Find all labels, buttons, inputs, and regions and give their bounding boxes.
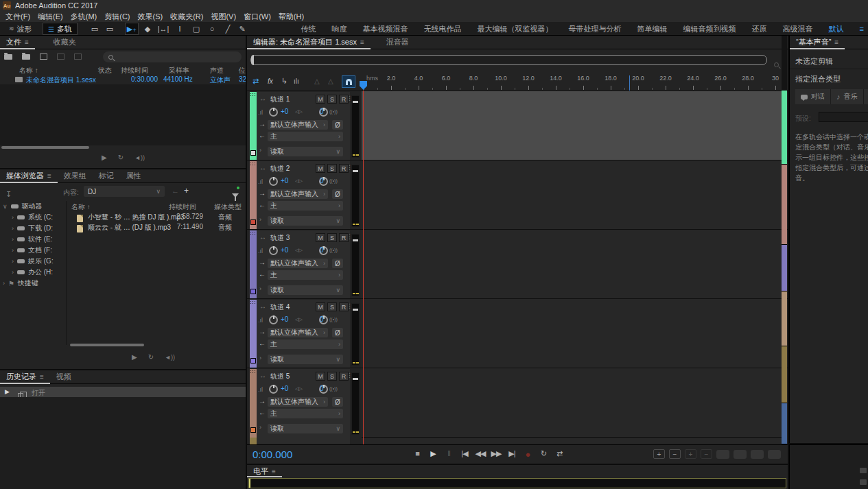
automation-mode-selector[interactable]: 读取 ∨ (268, 216, 343, 226)
menubar-item[interactable]: 多轨(M) (71, 12, 97, 22)
volume-knob[interactable] (269, 108, 278, 117)
volume-value[interactable]: +0 (281, 108, 288, 115)
volume-knob[interactable] (269, 315, 278, 324)
open-file-icon[interactable] (4, 54, 12, 60)
phase-button[interactable]: Ø (332, 397, 343, 407)
workspace-tab[interactable]: 高级混音 (783, 24, 813, 34)
sfx-button[interactable]: ◆ (864, 89, 868, 104)
tab-favorites[interactable]: 收藏夹 (47, 36, 82, 49)
stop-button[interactable]: ■ (410, 449, 424, 460)
phase-button[interactable]: Ø (332, 259, 343, 268)
play-button[interactable]: ▶ (426, 449, 440, 460)
workspace-tab[interactable]: 简单编辑 (637, 24, 668, 34)
navigator-track-segment[interactable] (782, 403, 787, 444)
solo-button[interactable]: S (327, 372, 337, 381)
chevron-down-icon[interactable]: ∨ (3, 203, 8, 210)
tree-item[interactable]: ›下载 (D: (0, 223, 66, 234)
workspace-tab[interactable]: 无线电作品 (424, 24, 462, 34)
track-navigator-strip[interactable] (782, 36, 787, 444)
track-name[interactable]: 轨道 5 (270, 372, 290, 381)
pan-value[interactable]: 0 (320, 108, 324, 115)
panel-menu-icon[interactable]: ≡ (25, 38, 29, 46)
automation-mode-selector[interactable]: 读取 ∨ (268, 424, 343, 433)
workspace-tab[interactable]: 响度 (332, 24, 347, 34)
input-selector[interactable]: 默认立体声输入 › (268, 120, 328, 130)
menubar-item[interactable]: 剪辑(C) (104, 12, 130, 22)
files-search-input[interactable] (103, 51, 242, 62)
track-color-strip[interactable] (250, 92, 257, 160)
tree-item[interactable]: ›系统 (C: (0, 212, 66, 223)
tree-item[interactable]: ∨驱动器 (0, 201, 66, 212)
menubar-item[interactable]: 效果(S) (138, 12, 163, 22)
mute-button[interactable]: M (316, 372, 325, 381)
pencil-tool[interactable]: ✎ (235, 23, 249, 35)
workspace-tab[interactable]: 基本视频混音 (363, 24, 408, 34)
chevron-right-icon[interactable]: › (12, 225, 14, 232)
file-row[interactable]: 未命名混音项目 1.sesx 0:30.000 44100 Hz 立体声 32 (0, 75, 246, 84)
track-grip-icon[interactable] (250, 162, 257, 167)
zoom-preset-button[interactable] (716, 450, 729, 459)
zoom-preset-button[interactable] (734, 450, 747, 459)
automation-mode-selector[interactable]: 读取 ∨ (268, 147, 343, 156)
workspace-tab[interactable]: 编辑音频到视频 (683, 24, 736, 34)
input-selector[interactable]: 默认立体声输入 › (268, 328, 328, 337)
mute-button[interactable]: M (316, 95, 325, 104)
track-color-chip[interactable] (250, 289, 256, 294)
insert-into-multitrack-icon[interactable] (57, 53, 64, 60)
solo-button[interactable]: S (327, 164, 337, 173)
pan-value[interactable]: 0 (320, 315, 324, 323)
loop-playback-button[interactable]: ↻ (537, 449, 550, 460)
track-grip-icon[interactable] (250, 370, 257, 374)
track-grip-icon[interactable] (250, 231, 257, 236)
volume-value[interactable]: +0 (281, 246, 288, 254)
phase-button[interactable]: Ø (332, 189, 343, 199)
ibeam-tool[interactable]: I (173, 23, 187, 35)
navigator-track-segment[interactable] (782, 245, 787, 291)
loop-preview-icon[interactable]: ↻ (148, 353, 154, 361)
zoom-in-vertical-button[interactable]: + (685, 449, 696, 459)
tab-media-browser[interactable]: 媒体浏览器≡ (0, 169, 58, 183)
lasso-tool[interactable]: ○ (205, 23, 219, 35)
workspace-tab[interactable]: 传统 (301, 24, 316, 34)
track-color-strip[interactable] (250, 438, 257, 444)
track-color-chip[interactable] (250, 150, 256, 156)
tab-effects-rack[interactable]: 效果组 (58, 169, 93, 183)
track-name[interactable]: 轨道 4 (270, 302, 290, 312)
expand-icon[interactable]: › (259, 424, 261, 431)
rewind-button[interactable]: ◀◀ (473, 449, 487, 460)
chevron-right-icon[interactable]: › (12, 214, 14, 221)
skip-to-start-button[interactable]: |◀ (458, 449, 471, 460)
marquee-tool[interactable]: ▢ (189, 23, 203, 35)
phase-button[interactable]: Ø (332, 328, 343, 337)
pan-value[interactable]: 0 (320, 177, 324, 184)
track-name[interactable]: 轨道 3 (270, 233, 290, 243)
workspace-menu-icon[interactable]: ≡ (860, 25, 864, 33)
solo-button[interactable]: S (327, 233, 337, 242)
output-selector[interactable]: 主 › (268, 339, 343, 349)
playhead-line[interactable] (363, 91, 364, 444)
mute-button[interactable]: M (316, 233, 325, 242)
input-selector[interactable]: 默认立体声输入 › (268, 189, 328, 199)
volume-value[interactable]: +0 (281, 315, 288, 323)
skip-selection-button[interactable]: ⇄ (552, 449, 566, 460)
output-selector[interactable]: 主 › (268, 201, 343, 211)
tree-item[interactable]: ›文档 (F: (0, 245, 66, 256)
tab-markers[interactable]: 标记 (93, 169, 120, 183)
dialog-button[interactable]: 对话 (795, 89, 831, 104)
record-button[interactable]: ● (521, 449, 535, 460)
menubar-item[interactable]: 文件(F) (5, 12, 30, 22)
pause-button[interactable]: ‖ (442, 449, 456, 460)
tree-item[interactable]: ›软件 (E: (0, 234, 66, 245)
slip-tool[interactable]: ╱ (221, 23, 235, 35)
content-dropdown[interactable]: DJ∨ (84, 186, 165, 197)
preview-play-icon[interactable]: ▶ (102, 154, 107, 161)
history-entry[interactable]: ▶ 打开 (0, 387, 246, 397)
tab-essential-sound[interactable]: “基本声音”≡ (790, 36, 845, 49)
import-file-icon[interactable] (22, 54, 30, 60)
automation-mode-selector[interactable]: 读取 ∨ (268, 355, 343, 364)
razor-tool[interactable]: ◆ (141, 23, 154, 35)
expand-icon[interactable]: › (259, 285, 261, 292)
expand-icon[interactable]: › (259, 216, 261, 223)
panel-menu-icon[interactable]: ≡ (834, 38, 838, 46)
track-name[interactable]: 轨道 1 (270, 95, 290, 104)
